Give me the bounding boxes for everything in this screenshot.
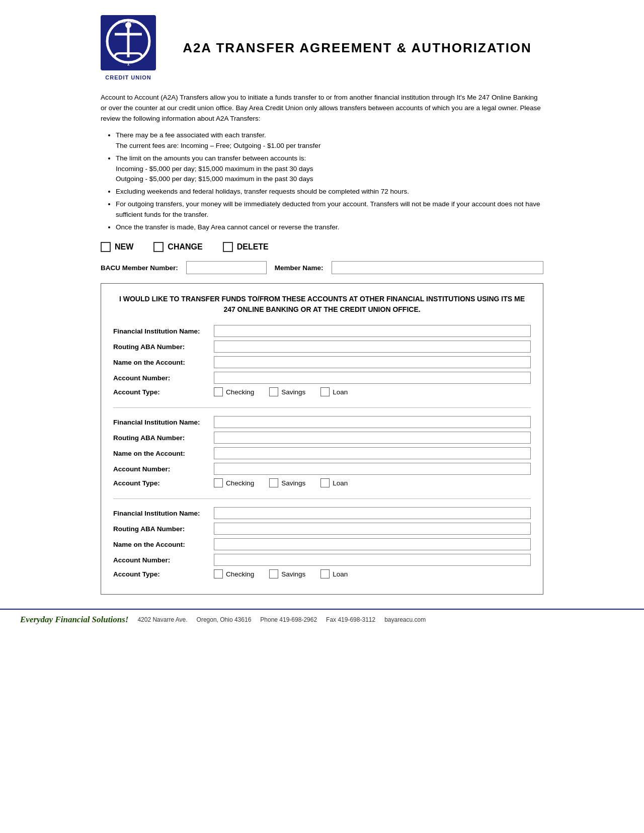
- section-title: I WOULD LIKE TO TRANSFER FUNDS TO/FROM T…: [113, 294, 531, 315]
- divider-1: [113, 407, 531, 408]
- checking-checkbox-3[interactable]: [214, 569, 223, 578]
- account-number-input-2[interactable]: [214, 463, 531, 475]
- account-type-row-1: Account Type: Checking Savings Loan: [113, 387, 531, 396]
- account-name-row-2: Name on the Account:: [113, 447, 531, 459]
- checking-option-1[interactable]: Checking: [214, 387, 254, 396]
- account-number-input-3[interactable]: [214, 554, 531, 566]
- aba-input-3[interactable]: [214, 523, 531, 535]
- aba-label-2: Routing ABA Number:: [113, 434, 214, 442]
- checking-option-3[interactable]: Checking: [214, 569, 254, 578]
- bullet-5: Once the transfer is made, Bay Area cann…: [116, 222, 543, 233]
- loan-option-2[interactable]: Loan: [320, 478, 348, 487]
- fi-name-input-1[interactable]: [214, 325, 531, 337]
- footer: Everyday Financial Solutions! 4202 Navar…: [0, 609, 644, 630]
- checking-label-1: Checking: [226, 388, 254, 396]
- checking-checkbox-2[interactable]: [214, 478, 223, 487]
- account-type-label-1: Account Type:: [113, 388, 214, 396]
- checking-label-2: Checking: [226, 479, 254, 487]
- account-name-row-3: Name on the Account:: [113, 538, 531, 550]
- fi-name-input-3[interactable]: [214, 507, 531, 519]
- fi-name-input-2[interactable]: [214, 416, 531, 428]
- loan-option-3[interactable]: Loan: [320, 569, 348, 578]
- member-name-input[interactable]: [332, 261, 543, 274]
- loan-option-1[interactable]: Loan: [320, 387, 348, 396]
- account-name-row-1: Name on the Account:: [113, 356, 531, 368]
- footer-phone: Phone 419-698-2962: [260, 616, 317, 623]
- account-type-row-3: Account Type: Checking Savings Loan: [113, 569, 531, 578]
- fi-name-label-1: Financial Institution Name:: [113, 327, 214, 335]
- loan-checkbox-1[interactable]: [320, 387, 330, 396]
- account-type-options-1: Checking Savings Loan: [214, 387, 348, 396]
- change-action[interactable]: CHANGE: [153, 242, 202, 252]
- aba-input-1[interactable]: [214, 341, 531, 353]
- new-checkbox[interactable]: [101, 242, 111, 252]
- logo-text: CREDIT UNION: [101, 74, 156, 80]
- account-number-label-3: Account Number:: [113, 556, 214, 564]
- fi-name-row-3: Financial Institution Name:: [113, 507, 531, 519]
- member-name-label: Member Name:: [275, 264, 324, 272]
- savings-option-1[interactable]: Savings: [269, 387, 305, 396]
- account-block-2: Financial Institution Name: Routing ABA …: [113, 416, 531, 487]
- savings-checkbox-1[interactable]: [269, 387, 278, 396]
- savings-option-3[interactable]: Savings: [269, 569, 305, 578]
- account-number-label-2: Account Number:: [113, 465, 214, 473]
- account-name-label-3: Name on the Account:: [113, 541, 214, 548]
- delete-checkbox[interactable]: [223, 242, 233, 252]
- account-number-input-1[interactable]: [214, 372, 531, 384]
- account-name-input-2[interactable]: [214, 447, 531, 459]
- change-label: CHANGE: [168, 242, 202, 252]
- aba-label-1: Routing ABA Number:: [113, 343, 214, 351]
- savings-option-2[interactable]: Savings: [269, 478, 305, 487]
- account-number-row-1: Account Number:: [113, 372, 531, 384]
- savings-checkbox-3[interactable]: [269, 569, 278, 578]
- action-row: NEW CHANGE DELETE: [101, 242, 543, 252]
- member-row: BACU Member Number: Member Name:: [101, 261, 543, 274]
- new-action[interactable]: NEW: [101, 242, 133, 252]
- loan-checkbox-2[interactable]: [320, 478, 330, 487]
- footer-fax: Fax 419-698-3112: [326, 616, 375, 623]
- account-number-label-1: Account Number:: [113, 374, 214, 382]
- aba-row-3: Routing ABA Number:: [113, 523, 531, 535]
- account-name-input-1[interactable]: [214, 356, 531, 368]
- divider-2: [113, 498, 531, 499]
- loan-label-3: Loan: [333, 570, 348, 578]
- checking-label-3: Checking: [226, 570, 254, 578]
- change-checkbox[interactable]: [153, 242, 164, 252]
- account-type-label-2: Account Type:: [113, 479, 214, 487]
- main-section: I WOULD LIKE TO TRANSFER FUNDS TO/FROM T…: [101, 283, 543, 595]
- new-label: NEW: [115, 242, 133, 252]
- account-type-label-3: Account Type:: [113, 570, 214, 578]
- delete-label: DELETE: [237, 242, 269, 252]
- svg-text:1: 1: [127, 61, 129, 66]
- savings-label-2: Savings: [281, 479, 305, 487]
- footer-address: 4202 Navarre Ave.: [137, 616, 187, 623]
- aba-row-1: Routing ABA Number:: [113, 341, 531, 353]
- delete-action[interactable]: DELETE: [223, 242, 269, 252]
- fi-name-label-2: Financial Institution Name:: [113, 419, 214, 426]
- savings-label-3: Savings: [281, 570, 305, 578]
- fi-name-row-1: Financial Institution Name:: [113, 325, 531, 337]
- member-number-input[interactable]: [186, 261, 267, 274]
- bullet-4: For outgoing transfers, your money will …: [116, 199, 543, 220]
- intro-paragraph: Account to Account (A2A) Transfers allow…: [101, 93, 543, 124]
- member-number-label: BACU Member Number:: [101, 264, 178, 272]
- account-number-row-3: Account Number:: [113, 554, 531, 566]
- loan-label-1: Loan: [333, 388, 348, 396]
- aba-row-2: Routing ABA Number:: [113, 432, 531, 444]
- aba-input-2[interactable]: [214, 432, 531, 444]
- footer-tagline: Everyday Financial Solutions!: [20, 615, 128, 625]
- bullet-1: There may be a fee associated with each …: [116, 130, 543, 151]
- account-name-label-1: Name on the Account:: [113, 359, 214, 366]
- checking-checkbox-1[interactable]: [214, 387, 223, 396]
- savings-label-1: Savings: [281, 388, 305, 396]
- savings-checkbox-2[interactable]: [269, 478, 278, 487]
- loan-checkbox-3[interactable]: [320, 569, 330, 578]
- checking-option-2[interactable]: Checking: [214, 478, 254, 487]
- account-block-3: Financial Institution Name: Routing ABA …: [113, 507, 531, 578]
- footer-city: Oregon, Ohio 43616: [197, 616, 252, 623]
- account-name-label-2: Name on the Account:: [113, 450, 214, 457]
- account-name-input-3[interactable]: [214, 538, 531, 550]
- account-type-row-2: Account Type: Checking Savings Loan: [113, 478, 531, 487]
- account-type-options-2: Checking Savings Loan: [214, 478, 348, 487]
- svg-text:BAY AREA: BAY AREA: [118, 20, 139, 24]
